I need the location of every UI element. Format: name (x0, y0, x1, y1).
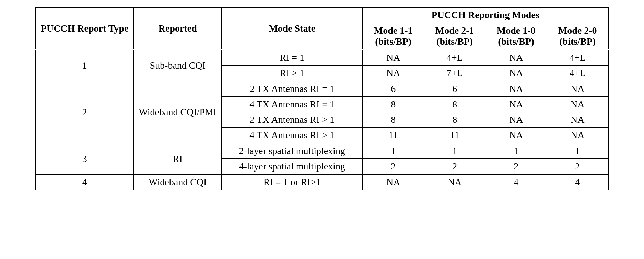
hdr-mode-1-1-b: (bits/BP) (367, 36, 419, 47)
cell-m11: NA (362, 66, 424, 81)
cell-m21: 11 (424, 128, 485, 143)
table-body: 1Sub-band CQIRI = 1NA4+LNA4+LRI > 1NA7+L… (36, 50, 608, 190)
cell-reported: Wideband CQI (133, 174, 222, 190)
table-row: 2Wideband CQI/PMI2 TX Antennas RI = 166N… (36, 81, 608, 97)
hdr-modes-group: PUCCH Reporting Modes (362, 7, 608, 23)
cell-m10: NA (485, 81, 547, 97)
cell-state: 2-layer spatial multiplexing (222, 143, 362, 159)
cell-m20: NA (547, 128, 609, 143)
hdr-mode-2-1-a: Mode 2-1 (429, 25, 480, 36)
table-row: 4Wideband CQIRI = 1 or RI>1NANA44 (36, 174, 608, 190)
cell-m11: 8 (362, 112, 424, 128)
cell-reported: Sub-band CQI (133, 50, 222, 81)
cell-m20: 1 (547, 143, 609, 159)
cell-m21: 8 (424, 97, 485, 112)
cell-m21: 2 (424, 159, 485, 175)
hdr-mode-1-0-b: (bits/BP) (490, 36, 542, 47)
cell-state: RI = 1 or RI>1 (222, 174, 362, 190)
cell-m11: 6 (362, 81, 424, 97)
hdr-mode-2-0-a: Mode 2-0 (552, 25, 603, 36)
table-row: 3RI2-layer spatial multiplexing1111 (36, 143, 608, 159)
hdr-mode-2-1-b: (bits/BP) (429, 36, 480, 47)
cell-m20: 4+L (547, 66, 609, 81)
hdr-mode-2-0: Mode 2-0 (bits/BP) (547, 23, 609, 50)
cell-type: 4 (36, 174, 134, 190)
table-row: 1Sub-band CQIRI = 1NA4+LNA4+L (36, 50, 608, 66)
cell-state: 4 TX Antennas RI = 1 (222, 97, 362, 112)
cell-m20: 4+L (547, 50, 609, 66)
hdr-reported: Reported (133, 7, 222, 50)
cell-m21: 6 (424, 81, 485, 97)
cell-m10: NA (485, 97, 547, 112)
hdr-mode-2-0-b: (bits/BP) (552, 36, 603, 47)
cell-m11: NA (362, 50, 424, 66)
cell-m11: 2 (362, 159, 424, 175)
cell-m11: 8 (362, 97, 424, 112)
cell-state: RI > 1 (222, 66, 362, 81)
cell-m11: 1 (362, 143, 424, 159)
cell-m20: NA (547, 112, 609, 128)
cell-state: 4 TX Antennas RI > 1 (222, 128, 362, 143)
cell-state: 4-layer spatial multiplexing (222, 159, 362, 175)
cell-m10: 2 (485, 159, 547, 175)
cell-type: 2 (36, 81, 134, 143)
cell-reported: RI (133, 143, 222, 174)
cell-m10: NA (485, 128, 547, 143)
cell-m10: NA (485, 66, 547, 81)
cell-m20: 2 (547, 159, 609, 175)
hdr-type: PUCCH Report Type (36, 7, 134, 50)
cell-m10: NA (485, 50, 547, 66)
cell-m20: NA (547, 97, 609, 112)
cell-type: 3 (36, 143, 134, 174)
pucch-table: PUCCH Report Type Reported Mode State PU… (35, 7, 609, 190)
cell-m10: NA (485, 112, 547, 128)
cell-m11: NA (362, 174, 424, 190)
cell-m20: 4 (547, 174, 609, 190)
cell-type: 1 (36, 50, 134, 81)
cell-state: 2 TX Antennas RI = 1 (222, 81, 362, 97)
cell-state: 2 TX Antennas RI > 1 (222, 112, 362, 128)
hdr-mode-2-1: Mode 2-1 (bits/BP) (424, 23, 485, 50)
cell-m21: 4+L (424, 50, 485, 66)
hdr-state: Mode State (222, 7, 362, 50)
cell-m10: 4 (485, 174, 547, 190)
cell-m21: 1 (424, 143, 485, 159)
cell-m21: 8 (424, 112, 485, 128)
cell-m21: NA (424, 174, 485, 190)
hdr-mode-1-1: Mode 1-1 (bits/BP) (362, 23, 424, 50)
cell-m10: 1 (485, 143, 547, 159)
cell-reported: Wideband CQI/PMI (133, 81, 222, 143)
hdr-mode-1-1-a: Mode 1-1 (367, 25, 419, 36)
cell-m20: NA (547, 81, 609, 97)
hdr-mode-1-0-a: Mode 1-0 (490, 25, 542, 36)
cell-state: RI = 1 (222, 50, 362, 66)
cell-m21: 7+L (424, 66, 485, 81)
hdr-mode-1-0: Mode 1-0 (bits/BP) (485, 23, 547, 50)
cell-m11: 11 (362, 128, 424, 143)
